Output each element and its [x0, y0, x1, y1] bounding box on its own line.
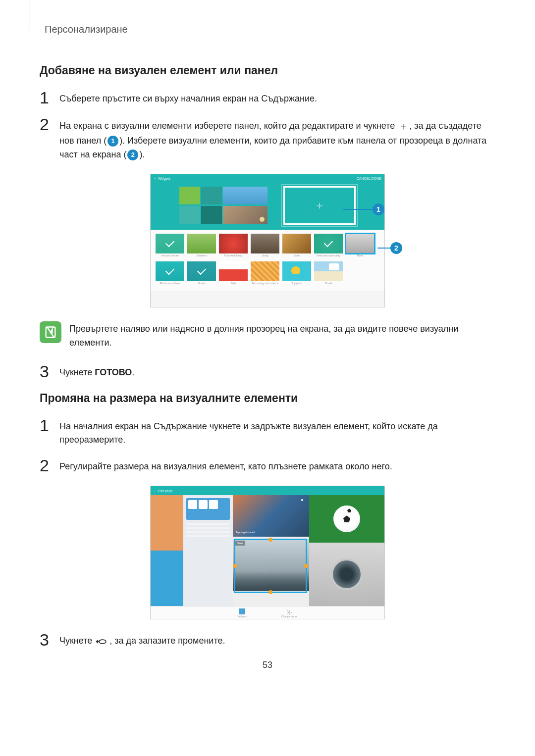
section2-step1: 1 На началния екран на Съдържание чукнет… — [40, 419, 495, 448]
note-text: Превъртете наляво или надясно в долния п… — [69, 321, 495, 350]
callout-circle-1: 1 — [373, 203, 384, 215]
step-text: Чукнете ГОТОВО. — [59, 365, 495, 380]
s2-topbar: ← Edit page — [151, 486, 384, 495]
widget-item: Style — [219, 261, 248, 287]
widget-item: Top picks — [282, 261, 311, 287]
plus-icon: ＋ — [314, 198, 325, 213]
section1-step2: 2 На екрана с визуални елементи изберете… — [40, 118, 495, 162]
tile — [201, 187, 222, 204]
bottom-label: Widgets — [238, 615, 247, 618]
widget-item: Living — [251, 234, 279, 259]
callout-1: 1 — [343, 203, 384, 215]
widget-item: Music — [282, 234, 311, 259]
back-arrow-icon — [96, 637, 108, 646]
section2-step2: 2 Регулирайте размера на визуалния елеме… — [40, 459, 495, 474]
screenshot2-wrap: ← Edit page — [40, 486, 495, 619]
step-number: 3 — [40, 631, 59, 648]
s2-bottombar: Widgets Change layout — [151, 606, 384, 619]
step-text: Съберете пръстите си върху началния екра… — [59, 91, 495, 106]
resize-handle-top — [268, 538, 272, 542]
breadcrumb: Персонализиране — [45, 24, 495, 35]
resize-frame — [234, 539, 307, 593]
screenshot1: ← Widgets CANCEL DONE ＋ — [150, 174, 385, 307]
section1-step1: 1 Съберете пръстите си върху началния ек… — [40, 91, 495, 106]
step-text: На екрана с визуални елементи изберете п… — [59, 118, 495, 162]
s1-topbar-right: CANCEL DONE — [357, 177, 381, 180]
step-text: Регулирайте размера на визуалния елемент… — [59, 459, 495, 474]
step-number: 2 — [40, 116, 59, 133]
tile — [201, 206, 222, 224]
text-fragment: , за да запазите промените. — [109, 636, 225, 646]
step-number: 3 — [40, 363, 59, 380]
callout-2: 2 — [377, 242, 402, 254]
s2-topbar-left: ← Edit page — [154, 489, 173, 493]
tile — [223, 206, 268, 224]
widget-item: Arts and culture — [156, 234, 184, 259]
widget-item: Photos and videos — [156, 261, 184, 287]
step-text: На началния екран на Съдържание чукнете … — [59, 419, 495, 448]
text-fragment: ). Изберете визуални елементи, които да … — [59, 136, 486, 159]
section1-title: Добавяне на визуален елемент или панел — [40, 64, 495, 77]
text-fragment: . — [132, 367, 134, 377]
resize-handle-bottom — [268, 590, 272, 594]
step-number: 1 — [40, 89, 59, 106]
bottom-change-layout: Change layout — [281, 608, 297, 618]
bottom-label: Change layout — [281, 615, 297, 618]
text-fragment: ). — [139, 150, 145, 159]
text-fragment: Чукнете — [59, 636, 95, 646]
grid-icon — [239, 608, 245, 614]
camera-widget — [309, 543, 384, 606]
tile — [223, 187, 268, 204]
callout-circle-2: 2 — [390, 242, 402, 254]
step-number: 1 — [40, 417, 59, 434]
panel-existing — [179, 187, 268, 224]
widget-item: Sports — [187, 261, 216, 287]
gear-icon — [286, 608, 292, 614]
s1-topbar-left: ← Widgets — [154, 177, 170, 180]
briefing-widget — [183, 495, 233, 606]
widget-item: Travel — [314, 261, 343, 287]
section1-step3: 3 Чукнете ГОТОВО. — [40, 365, 495, 380]
widget-item: Technology and science — [251, 261, 279, 287]
text-fragment: На екрана с визуални елементи изберете п… — [59, 121, 397, 131]
screenshot2: ← Edit page — [150, 486, 385, 619]
text-bold: ГОТОВО — [95, 367, 132, 377]
screenshot1-wrap: ← Widgets CANCEL DONE ＋ — [40, 174, 495, 307]
page-number: 53 — [40, 660, 495, 670]
football-widget — [309, 495, 384, 543]
widget-item-selected: News — [346, 234, 374, 259]
s1-topbar: ← Widgets CANCEL DONE — [151, 174, 384, 183]
widget-item: Food and dining — [219, 234, 248, 259]
plus-icon: ＋ — [398, 119, 408, 134]
photo-widget: Tap to get started — [233, 495, 309, 537]
step-number: 2 — [40, 457, 59, 474]
section2-title: Промяна на размера на визуалните елемент… — [40, 392, 495, 405]
tile — [179, 187, 200, 204]
step-text: Чукнете , за да запазите промените. — [59, 633, 495, 648]
tile — [179, 206, 200, 224]
svg-point-1 — [289, 612, 290, 613]
note-box: Превъртете наляво или надясно в долния п… — [40, 321, 495, 350]
text-fragment: Чукнете — [59, 367, 95, 377]
resize-handle-left — [233, 564, 237, 568]
s1-gallery: Arts and culture Business Food and dinin… — [151, 230, 384, 291]
widget-item: News and community — [314, 234, 343, 259]
widget-item: Business — [187, 234, 216, 259]
inline-callout-1: 1 — [107, 136, 118, 147]
inline-callout-2: 2 — [127, 150, 138, 160]
s2-sidebar — [151, 495, 183, 606]
bottom-widgets: Widgets — [238, 608, 247, 618]
section2-step3: 3 Чукнете , за да запазите промените. — [40, 633, 495, 648]
note-icon — [40, 321, 61, 343]
